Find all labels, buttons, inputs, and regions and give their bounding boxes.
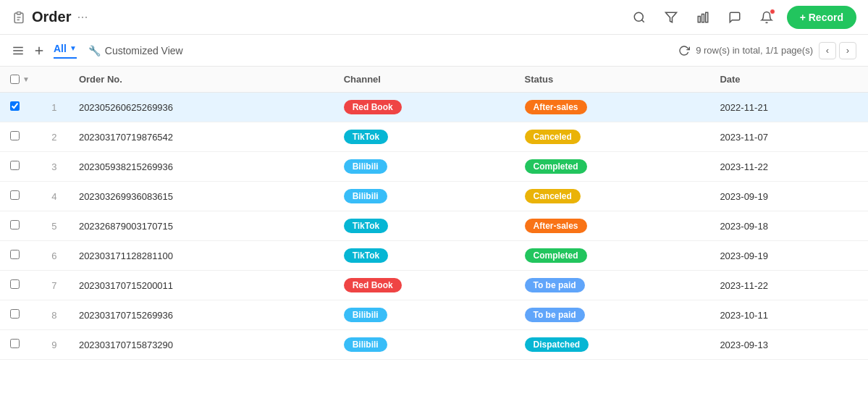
- row-number: 3: [40, 152, 69, 182]
- more-options[interactable]: ···: [77, 9, 88, 25]
- status-badge: Canceled: [525, 130, 581, 144]
- row-checkbox[interactable]: [10, 161, 20, 170]
- top-bar-left: Order ···: [12, 9, 88, 25]
- svg-rect-0: [17, 12, 21, 14]
- date-cell: 2023-09-19: [709, 241, 868, 271]
- status-badge: Canceled: [525, 189, 581, 203]
- channel-cell: Bilibili: [334, 152, 515, 182]
- date-cell: 2022-11-21: [709, 93, 868, 122]
- date-cell: 2023-11-22: [709, 152, 868, 182]
- row-checkbox[interactable]: [10, 309, 20, 319]
- status-cell: After-sales: [515, 93, 710, 122]
- order-no: 202326879003170715: [69, 211, 334, 241]
- channel-cell: TikTok: [334, 211, 515, 241]
- select-all-checkbox[interactable]: [10, 75, 20, 84]
- channel-cell: Bilibili: [334, 330, 515, 360]
- row-checkbox[interactable]: [10, 220, 20, 229]
- channel-badge: Bilibili: [344, 159, 387, 174]
- row-number: 7: [40, 271, 69, 300]
- table-row: 1 202305260625269936 Red Book After-sale…: [0, 93, 868, 122]
- date-cell: 2023-09-18: [709, 211, 868, 241]
- order-no: 202303269936083615: [69, 182, 334, 211]
- row-checkbox-cell[interactable]: [0, 152, 40, 182]
- orders-table: ▼ Order No. Channel Status Date 1 202305…: [0, 67, 868, 360]
- row-checkbox-cell[interactable]: [0, 271, 40, 300]
- channel-cell: TikTok: [334, 122, 515, 152]
- tab-all[interactable]: All ▼: [54, 43, 77, 59]
- row-number: 4: [40, 182, 69, 211]
- date-cell: 2023-11-07: [709, 122, 868, 152]
- row-number: 5: [40, 211, 69, 241]
- table-container: ▼ Order No. Channel Status Date 1 202305…: [0, 67, 868, 360]
- customized-view-label: Customized View: [105, 45, 183, 56]
- menu-icon[interactable]: [12, 44, 25, 57]
- channel-badge: TikTok: [344, 130, 389, 144]
- svg-rect-4: [701, 14, 704, 22]
- col-header-row-num: [40, 67, 69, 93]
- channel-badge: Bilibili: [344, 189, 387, 203]
- date-cell: 2023-11-22: [709, 271, 868, 300]
- row-checkbox[interactable]: [10, 190, 20, 200]
- filter-button[interactable]: [660, 6, 683, 29]
- row-checkbox[interactable]: [10, 339, 20, 348]
- row-number: 9: [40, 330, 69, 360]
- row-checkbox-cell[interactable]: [0, 93, 40, 122]
- row-checkbox[interactable]: [10, 279, 20, 289]
- order-no: 202305938215269936: [69, 152, 334, 182]
- row-checkbox[interactable]: [10, 250, 20, 259]
- message-button[interactable]: [723, 6, 746, 29]
- chevron-down-icon: ▼: [69, 44, 77, 52]
- pagination-nav: ‹ ›: [819, 42, 856, 59]
- status-badge: After-sales: [525, 100, 587, 114]
- checkbox-header[interactable]: ▼: [0, 67, 40, 93]
- status-badge: After-sales: [525, 219, 587, 233]
- notification-button[interactable]: [755, 6, 778, 29]
- wrench-icon: 🔧: [88, 45, 101, 56]
- search-button[interactable]: [628, 6, 651, 29]
- status-cell: Canceled: [515, 182, 710, 211]
- status-cell: After-sales: [515, 211, 710, 241]
- status-cell: Canceled: [515, 122, 710, 152]
- channel-badge: Red Book: [344, 100, 402, 114]
- channel-badge: Bilibili: [344, 337, 387, 352]
- table-row: 3 202305938215269936 Bilibili Completed …: [0, 152, 868, 182]
- order-no: 202303170719876542: [69, 122, 334, 152]
- order-no: 202305260625269936: [69, 93, 334, 122]
- row-checkbox-cell[interactable]: [0, 300, 40, 330]
- chevron-down-icon[interactable]: ▼: [22, 75, 30, 83]
- row-checkbox-cell[interactable]: [0, 182, 40, 211]
- channel-cell: Red Book: [334, 93, 515, 122]
- add-button[interactable]: [30, 42, 48, 59]
- channel-badge: TikTok: [344, 248, 389, 263]
- status-badge: To be paid: [525, 278, 585, 292]
- table-row: 2 202303170719876542 TikTok Canceled 202…: [0, 122, 868, 152]
- toolbar-left: All ▼ 🔧 Customized View: [12, 42, 189, 59]
- status-badge: Completed: [525, 248, 587, 263]
- status-cell: To be paid: [515, 300, 710, 330]
- row-checkbox[interactable]: [10, 101, 20, 111]
- col-header-channel: Channel: [334, 67, 515, 93]
- record-button[interactable]: + Record: [787, 6, 856, 29]
- next-page-button[interactable]: ›: [839, 42, 856, 59]
- row-checkbox-cell[interactable]: [0, 122, 40, 152]
- toolbar-right: 9 row(s) in total, 1/1 page(s) ‹ ›: [678, 42, 856, 59]
- tab-all-label: All: [54, 43, 67, 54]
- channel-cell: Bilibili: [334, 300, 515, 330]
- refresh-button[interactable]: [678, 45, 690, 56]
- chart-button[interactable]: [691, 6, 715, 29]
- top-bar: Order ··· + Re: [0, 0, 868, 35]
- row-number: 6: [40, 241, 69, 271]
- table-row: 9 202303170715873290 Bilibili Dispatched…: [0, 330, 868, 360]
- row-checkbox-cell[interactable]: [0, 211, 40, 241]
- prev-page-button[interactable]: ‹: [819, 42, 836, 59]
- table-row: 4 202303269936083615 Bilibili Canceled 2…: [0, 182, 868, 211]
- col-header-order-no: Order No.: [69, 67, 334, 93]
- row-checkbox-cell[interactable]: [0, 241, 40, 271]
- row-checkbox-cell[interactable]: [0, 330, 40, 360]
- customized-view-tab[interactable]: 🔧 Customized View: [83, 45, 189, 56]
- row-number: 1: [40, 93, 69, 122]
- row-number: 2: [40, 122, 69, 152]
- table-header-row: ▼ Order No. Channel Status Date: [0, 67, 868, 93]
- row-checkbox[interactable]: [10, 131, 20, 140]
- page-title: Order: [32, 9, 71, 25]
